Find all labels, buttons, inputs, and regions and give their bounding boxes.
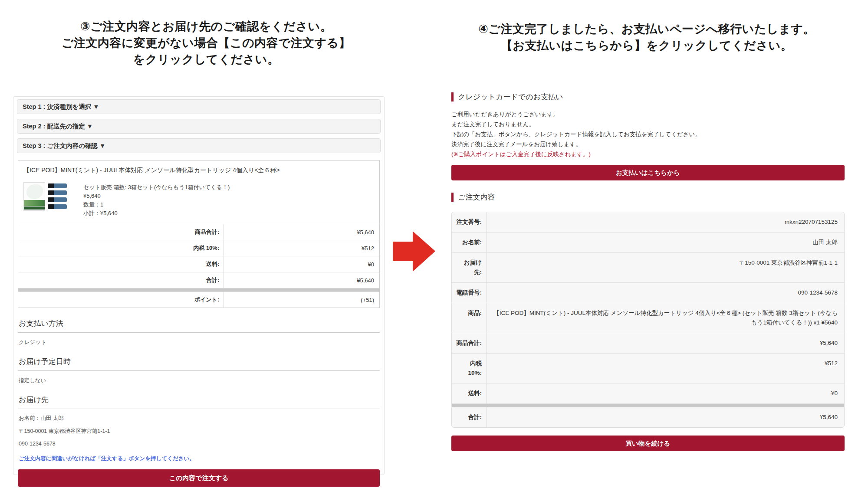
table-row-points: ポイント: (+51): [18, 291, 379, 308]
table-row-tax: 内税 10%: ¥512: [452, 354, 844, 383]
package-green-band-dark: [24, 206, 45, 210]
package-art: [26, 184, 43, 199]
right-instruction-heading: ④ご注文完了しましたら、お支払いページへ移行いたします。 【お支払いはこちらから…: [438, 21, 855, 54]
row-value: 【ICE POD】MINT(ミント) - JUUL本体対応 メンソール特化型カー…: [487, 303, 844, 333]
row-label: ポイント:: [18, 292, 224, 308]
row-value: ¥0: [487, 383, 844, 403]
product-title: 【ICE POD】MINT(ミント) - JUUL本体対応 メンソール特化型カー…: [18, 160, 379, 179]
product-price: ¥5,640: [83, 192, 230, 200]
row-label: 送料:: [452, 383, 487, 403]
delivery-date-heading: お届け予定日時: [18, 357, 380, 371]
row-value: ¥5,640: [224, 224, 379, 240]
order-details-table: 注文番号: mkxn220707153125 お名前: 山田 太郎 お届け先: …: [451, 212, 845, 428]
left-heading-line-3: をクリックしてください。: [0, 51, 412, 68]
table-row-grand-total: 合計: ¥5,640: [18, 272, 379, 288]
step3-accordion-header[interactable]: Step 3 : ご注文内容の確認 ▼: [17, 138, 381, 153]
row-label: 商品合計:: [18, 224, 224, 240]
right-heading-line-1: ④ご注文完了しましたら、お支払いページへ移行いたします。: [438, 21, 855, 37]
row-value: mkxn220707153125: [487, 212, 844, 232]
payment-page-panel: クレジットカードでのお支払い ご利用いただきありがとうございます。 まだ注文完了…: [451, 92, 845, 451]
checkout-confirmation-panel: Step 1 : 決済種別を選択 ▼ Step 2 : 配送先の指定 ▼ Ste…: [13, 96, 385, 475]
delivery-date-value: 指定しない: [18, 377, 380, 384]
product-package-image: icepod: [23, 182, 45, 211]
row-label: 合計:: [452, 407, 487, 427]
table-row-shipping: 送料: ¥0: [18, 256, 379, 272]
credit-card-payment-section-header: クレジットカードでのお支払い: [451, 92, 845, 102]
product-quantity: 数量：1: [83, 200, 230, 209]
payment-message: ご利用いただきありがとうございます。 まだ注文完了しておりません。 下記の「お支…: [451, 109, 845, 159]
table-separator: [452, 404, 844, 407]
recipient-name: お名前：山田 太郎: [18, 415, 380, 422]
message-line-1: ご利用いただきありがとうございます。: [451, 109, 845, 119]
pay-here-button[interactable]: お支払いはこちらから: [451, 165, 845, 180]
continue-shopping-button[interactable]: 買い物を続ける: [451, 436, 845, 451]
row-value: 〒150-0001 東京都渋谷区神宮前1-1-1: [487, 253, 844, 282]
row-label: 内税 10%:: [18, 240, 224, 256]
row-label: 送料:: [18, 256, 224, 272]
row-value: ¥512: [224, 240, 379, 256]
table-row-address: お届け先: 〒150-0001 東京都渋谷区神宮前1-1-1: [452, 253, 844, 283]
pod-icon: [48, 204, 67, 209]
row-label: 電話番号:: [452, 283, 487, 303]
order-details-section-header: ご注文内容: [451, 192, 845, 202]
row-label: 内税 10%:: [452, 354, 487, 383]
table-row-item-total: 商品合計: ¥5,640: [18, 224, 379, 240]
pod-icon: [48, 190, 67, 195]
row-value: 090-1234-5678: [487, 283, 844, 303]
step2-accordion-header[interactable]: Step 2 : 配送先の指定 ▼: [17, 119, 381, 134]
right-heading-line-2: 【お支払いはこちらから】をクリックしてください。: [438, 37, 855, 54]
left-instruction-heading: ③ご注文内容とお届け先のご確認をください。 ご注文内容に変更がない場合【この内容…: [0, 18, 412, 68]
row-label: 注文番号:: [452, 212, 487, 232]
pod-icon: [48, 197, 67, 202]
table-row-tax: 内税 10%: ¥512: [18, 240, 379, 256]
points-warning-note: (※ご購入ポイントはご入金完了後に反映されます。): [451, 149, 845, 159]
product-details: セット販売 箱数: 3箱セット(今ならもう1箱付いてくる！) ¥5,640 数量…: [83, 182, 230, 218]
message-line-2: まだ注文完了しておりません。: [451, 119, 845, 129]
order-summary-box: 【ICE POD】MINT(ミント) - JUUL本体対応 メンソール特化型カー…: [18, 160, 380, 308]
page: ③ご注文内容とお届け先のご確認をください。 ご注文内容に変更がない場合【この内容…: [0, 0, 868, 488]
table-row-phone: 電話番号: 090-1234-5678: [452, 283, 844, 303]
row-value: ¥5,640: [487, 407, 844, 427]
message-line-3: 下記の「お支払」ボタンから、クレジットカード情報を記入してお支払を完了してくださ…: [451, 129, 845, 139]
row-value: (+51): [224, 292, 379, 308]
section-accent-bar: [451, 193, 454, 202]
table-row-product: 商品: 【ICE POD】MINT(ミント) - JUUL本体対応 メンソール特…: [452, 303, 844, 333]
row-label: 商品合計:: [452, 333, 487, 353]
product-subtotal: 小計：¥5,640: [83, 209, 230, 218]
pod-icon: [48, 183, 67, 188]
table-row-item-total: 商品合計: ¥5,640: [452, 333, 844, 354]
product-row: icepod セット販売 箱数: 3箱セット(今ならもう1箱付いてくる！) ¥5…: [18, 179, 379, 224]
flow-arrow-icon: [393, 227, 436, 275]
product-thumbnail: icepod: [23, 182, 76, 218]
confirm-instruction-note: ご注文内容に間違いがなければ「注文する」ボタンを押してください。: [18, 455, 380, 462]
credit-card-payment-title: クレジットカードでのお支払い: [458, 92, 563, 102]
left-heading-line-2: ご注文内容に変更がない場合【この内容で注文する】: [0, 35, 412, 51]
row-value: ¥5,640: [224, 272, 379, 288]
left-heading-line-1: ③ご注文内容とお届け先のご確認をください。: [0, 18, 412, 35]
row-value: 山田 太郎: [487, 233, 844, 252]
row-value: ¥0: [224, 256, 379, 272]
step1-accordion-header[interactable]: Step 1 : 決済種別を選択 ▼: [17, 99, 381, 114]
recipient-phone: 090-1234-5678: [18, 441, 380, 447]
table-row-order-number: 注文番号: mkxn220707153125: [452, 212, 844, 233]
recipient-address: 〒150-0001 東京都渋谷区神宮前1-1-1: [18, 428, 380, 435]
row-label: お届け先:: [452, 253, 487, 282]
product-option: セット販売 箱数: 3箱セット(今ならもう1箱付いてくる！): [83, 183, 230, 192]
payment-method-heading: お支払い方法: [18, 318, 380, 333]
message-line-4: 決済完了後に注文完了メールをお届け致します。: [451, 139, 845, 149]
payment-method-value: クレジット: [18, 339, 380, 346]
table-row-grand-total: 合計: ¥5,640: [452, 407, 844, 427]
row-value: ¥5,640: [487, 333, 844, 353]
section-accent-bar: [451, 92, 454, 102]
package-green-band: [24, 200, 45, 206]
row-value: ¥512: [487, 354, 844, 383]
place-order-button[interactable]: この内容で注文する: [18, 469, 380, 487]
row-label: お名前:: [452, 233, 487, 252]
row-label: 商品:: [452, 303, 487, 333]
row-label: 合計:: [18, 272, 224, 288]
table-separator: [18, 288, 379, 291]
table-row-shipping: 送料: ¥0: [452, 383, 844, 404]
delivery-address-heading: お届け先: [18, 395, 380, 409]
pod-icons: [48, 182, 67, 218]
table-row-name: お名前: 山田 太郎: [452, 233, 844, 253]
